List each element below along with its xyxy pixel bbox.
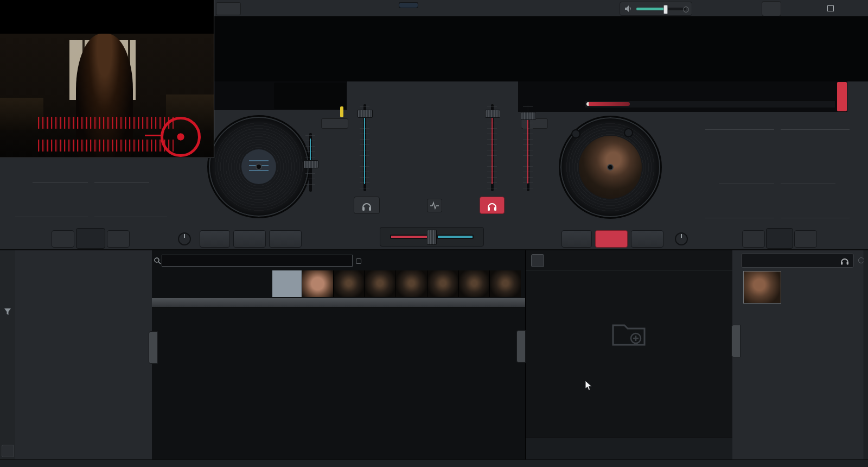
deck-a-match-button[interactable]	[321, 118, 348, 129]
deck-b-spindle	[607, 164, 614, 171]
sideview-panel	[525, 250, 733, 459]
maximize-button[interactable]	[824, 2, 838, 14]
maximize-icon	[827, 5, 834, 11]
video-overlay	[38, 117, 201, 156]
drop-folder-icon	[611, 320, 646, 348]
video-preview-window[interactable]	[0, 0, 214, 158]
speaker-icon	[624, 5, 633, 12]
deck-b-sync-button[interactable]	[631, 230, 663, 248]
mixer-volume-a-handle[interactable]	[358, 110, 373, 118]
folders-side-tab[interactable]	[149, 331, 158, 364]
track-metadata	[741, 310, 865, 328]
deck-b-fx-label	[719, 184, 835, 184]
virtualdj-window	[0, 0, 868, 467]
deck-a-headphone-button[interactable]	[354, 197, 380, 214]
deck-b-headphone-button[interactable]	[480, 197, 505, 214]
deck-a-loop-size[interactable]	[76, 228, 105, 249]
bottom-strip	[0, 459, 868, 467]
layout-dropdown[interactable]	[216, 2, 241, 15]
deck-a-pitch-handle[interactable]	[303, 160, 318, 168]
file-list-group	[152, 307, 525, 315]
deck-a-spindle	[256, 163, 262, 170]
deck-b-position-blob	[586, 102, 630, 106]
filmstrip-thumbnail[interactable]	[302, 270, 333, 297]
volume-slider[interactable]	[636, 8, 686, 10]
fx-wave-icon	[427, 199, 442, 212]
sideview-side-tab[interactable]	[516, 330, 526, 363]
overlay-waveform-bottom	[38, 140, 174, 152]
filter-icon[interactable]	[0, 308, 15, 317]
mouse-cursor	[585, 380, 593, 392]
deck-b-song-position[interactable]	[585, 100, 835, 108]
search-input[interactable]	[162, 255, 353, 267]
meta-artist	[741, 319, 865, 327]
mixer-volume-b[interactable]	[483, 104, 501, 191]
deck-b-loop-label	[705, 218, 850, 218]
deck-a-cue-button[interactable]	[200, 230, 230, 248]
font-size-button[interactable]	[2, 445, 14, 457]
info-side-tab[interactable]	[731, 325, 741, 357]
search-icon	[154, 257, 161, 264]
filmstrip-source-label	[272, 270, 302, 297]
filmstrip-thumbnail[interactable]	[458, 270, 490, 297]
track-thumbnail[interactable]	[743, 271, 781, 304]
mixer-volume-b-handle[interactable]	[485, 110, 500, 118]
video-furniture	[0, 98, 43, 130]
filmstrip-thumbnail[interactable]	[395, 270, 427, 297]
meta-title	[741, 310, 865, 319]
file-count-icon	[356, 258, 361, 264]
deck-a-jogwheel[interactable]	[207, 115, 310, 218]
sideview-buttons	[526, 438, 733, 460]
filmstrip-thumbnail[interactable]	[427, 270, 458, 297]
settings-button[interactable]	[762, 1, 781, 16]
deck-layout-selector[interactable]	[399, 2, 487, 14]
deck-b-cue-button[interactable]	[561, 230, 592, 248]
deck-b-loop-size[interactable]	[766, 228, 793, 249]
minimize-button[interactable]	[806, 2, 820, 14]
deck-a-play-pause-button[interactable]	[233, 230, 266, 248]
headphone-icon	[480, 197, 504, 213]
deck-layout-pill[interactable]	[399, 2, 418, 8]
video-filmstrip[interactable]	[272, 270, 521, 297]
deck-b-tag	[837, 82, 847, 111]
filmstrip-thumbnail[interactable]	[364, 270, 395, 297]
browser-toolbar	[0, 250, 16, 459]
volume-handle[interactable]	[663, 5, 668, 14]
close-button[interactable]	[842, 2, 856, 14]
deck-a-loop-half-button[interactable]	[52, 230, 74, 248]
preview-player[interactable]	[741, 254, 854, 268]
deck-a-fx-label	[33, 182, 149, 183]
deck-a-loop-double-button[interactable]	[107, 230, 130, 248]
file-list-header	[152, 298, 525, 307]
deck-b-loop-half-button[interactable]	[742, 230, 765, 248]
crossfader[interactable]	[380, 227, 484, 247]
folder-tree	[15, 250, 152, 459]
deck-b-play-pause-button[interactable]	[595, 230, 628, 248]
scrollbar[interactable]	[864, 250, 868, 459]
sideview-icon[interactable]	[531, 254, 544, 267]
deck-b-loop-double-button[interactable]	[794, 230, 817, 248]
deck-a-key-indicator	[340, 106, 343, 117]
track-info-panel	[732, 250, 868, 459]
overlay-waveform-top	[38, 117, 174, 129]
filmstrip-thumbnail[interactable]	[489, 270, 521, 297]
filmstrip-thumbnail[interactable]	[333, 270, 365, 297]
headphone-icon[interactable]	[839, 256, 850, 266]
deck-a-sync-button[interactable]	[269, 230, 302, 248]
deck-a-assistant-knob[interactable]	[178, 232, 191, 245]
sideview-header	[526, 250, 733, 270]
deck-b-screw	[571, 129, 580, 138]
deck-a-pitch-fader[interactable]	[303, 133, 318, 192]
deck-b-pitch-handle[interactable]	[521, 112, 536, 120]
deck-b-pads-label	[705, 129, 850, 130]
master-volume	[620, 2, 692, 16]
deck-b-assistant-knob[interactable]	[675, 232, 688, 245]
master-fx-button[interactable]	[427, 199, 442, 212]
vu-meter	[425, 106, 443, 179]
deck-b-pitch-fader[interactable]	[520, 104, 536, 191]
mixer-volume-a[interactable]	[355, 104, 374, 191]
headphone-icon	[354, 197, 379, 213]
crossfader-handle[interactable]	[427, 230, 437, 245]
limiter-icon	[683, 7, 689, 12]
deck-a-loop-label	[15, 217, 167, 217]
